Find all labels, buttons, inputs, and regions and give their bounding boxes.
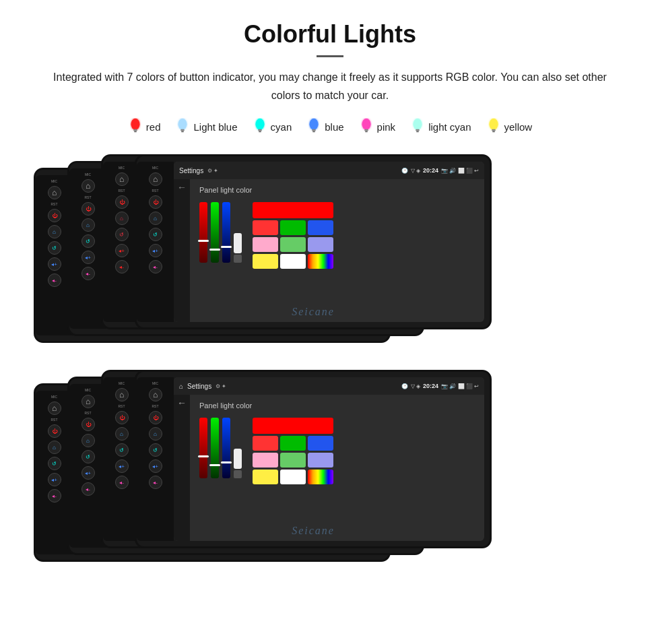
swatch-pk1-bot[interactable]	[253, 453, 278, 468]
btn5-b1[interactable]: ◂-	[115, 260, 129, 273]
btn2-b3[interactable]: ⌂	[48, 225, 61, 238]
btn2-bot-b1[interactable]: ⌂	[115, 427, 129, 441]
power-btn-b3[interactable]: ⏻	[48, 209, 61, 222]
btn3-bot-front[interactable]: ↺	[149, 443, 162, 457]
btn5-bot-b2[interactable]: ◂-	[81, 482, 95, 496]
status-bar: 🕐 ▽ ◈ 20:24 📷 🔊 ⬜ ⬛ ↩	[401, 167, 479, 174]
btn3-front[interactable]: ↺	[149, 228, 162, 241]
icon5-b2: ◂-	[86, 271, 90, 277]
btn5-b2[interactable]: ◂-	[81, 267, 95, 280]
red-slider-bar[interactable]	[199, 202, 207, 263]
rgb-sliders-bot	[199, 418, 242, 478]
green-slider-bar[interactable]	[211, 202, 219, 263]
color-item-yellow: yellow	[486, 118, 533, 135]
swatch-lv1-bot[interactable]	[308, 453, 333, 468]
pwr-icon-bot-b1: ⏻	[119, 415, 125, 421]
color-label-red: red	[146, 121, 161, 133]
clock-icon: 🕐	[401, 168, 408, 174]
btn2-bot-b3[interactable]: ⌂	[48, 441, 61, 454]
swatch-w1[interactable]	[280, 254, 306, 269]
mic-label-b2: MIC	[85, 172, 91, 176]
pwr-bot-b3[interactable]: ⏻	[48, 424, 61, 438]
swatch-pk1[interactable]	[253, 237, 278, 252]
btn3-bot-b2[interactable]: ↺	[81, 450, 95, 463]
red-slider-thumb	[198, 240, 209, 242]
settings-screen-bot: ⌂ Settings ⚙ ✦ 🕐 ▽ ◈ 20:24 📷 🔊 ⬜ ⬛ ↩ ←	[174, 377, 484, 541]
btn4-front[interactable]: ◂+	[149, 244, 162, 257]
swatch-g1[interactable]	[280, 220, 306, 235]
ic2-bot-b3: ⌂	[53, 445, 56, 451]
mic-label-b3: MIC	[51, 179, 57, 183]
btn5-front[interactable]: ◂-	[149, 260, 162, 273]
swatch-rainbow-bot[interactable]	[308, 470, 333, 484]
pwr-bot-b2[interactable]: ⏻	[81, 418, 95, 431]
btn3-b1[interactable]: ↺	[115, 228, 129, 241]
screen-main-body-bot: ← Panel light color	[174, 395, 484, 541]
swatch-r1[interactable]	[253, 220, 278, 235]
swatch-lv1[interactable]	[308, 237, 333, 252]
home-btn-b3[interactable]: ⌂	[48, 186, 61, 199]
btn3-bot-b1[interactable]: ↺	[115, 443, 129, 457]
btn2-b2[interactable]: ⌂	[81, 218, 95, 232]
controls-container-bot	[199, 418, 475, 484]
home-btn-b2[interactable]: ⌂	[81, 179, 95, 193]
header-section: Colorful Lights Integrated with 7 colors…	[27, 20, 633, 104]
btn2-bot-b2[interactable]: ⌂	[81, 434, 95, 447]
swatch-red-wide[interactable]	[253, 202, 333, 218]
btn4-bot-b2[interactable]: ◂+	[81, 466, 95, 480]
pwr-bot-front[interactable]: ⏻	[149, 411, 162, 424]
btn5-bot-b1[interactable]: ◂-	[115, 476, 129, 489]
btn4-b2[interactable]: ◂+	[81, 251, 95, 264]
home-bot-front[interactable]: ⌂	[149, 388, 162, 401]
swatch-w1-bot[interactable]	[280, 470, 306, 484]
swatch-b1-bot[interactable]	[308, 436, 333, 451]
power-btn-b1[interactable]: ⏻	[115, 195, 129, 209]
home-btn-front[interactable]: ⌂	[149, 172, 162, 186]
btn2-bot-front[interactable]: ⌂	[149, 427, 162, 441]
btn3-bot-b3[interactable]: ↺	[48, 457, 61, 470]
home-btn-b1[interactable]: ⌂	[115, 172, 129, 186]
btn3-b2[interactable]: ↺	[81, 234, 95, 248]
power-btn-front[interactable]: ⏻	[149, 195, 162, 209]
swatch-y1[interactable]	[253, 254, 278, 269]
btn5-bot-b3[interactable]: ◂-	[48, 489, 61, 503]
btn4-b1[interactable]: ◂+	[115, 244, 129, 257]
home-bot-b1[interactable]: ⌂	[115, 388, 129, 401]
back-arrow-screen-bot[interactable]: ←	[177, 397, 187, 408]
btn4-bot-front[interactable]: ◂+	[149, 459, 162, 473]
green-slider-bot[interactable]	[211, 418, 219, 478]
color-item-pink: pink	[359, 118, 396, 135]
btn5-bot-front[interactable]: ◂-	[149, 476, 162, 489]
btn4-bot-b1[interactable]: ◂+	[115, 459, 129, 473]
power-btn-b2[interactable]: ⏻	[81, 202, 95, 216]
blue-slider-bot[interactable]	[222, 418, 230, 478]
swatch-lg1-bot[interactable]	[280, 453, 306, 468]
blue-slider-bar[interactable]	[222, 202, 230, 263]
back-arrow-screen[interactable]: ←	[177, 182, 187, 193]
swatch-lg1[interactable]	[280, 237, 306, 252]
red-slider-bot[interactable]	[199, 418, 207, 478]
btn5-b3[interactable]: ◂-	[48, 273, 61, 287]
swatch-b1[interactable]	[308, 220, 333, 235]
pwr-bot-b1[interactable]: ⏻	[115, 411, 129, 424]
btn4-b3[interactable]: ◂+	[48, 257, 61, 271]
swatch-r1-bot[interactable]	[253, 436, 278, 451]
home-bot-b2[interactable]: ⌂	[81, 395, 95, 408]
btn4-bot-b3[interactable]: ◂+	[48, 473, 61, 486]
time-display-bot: 20:24	[423, 383, 438, 389]
svg-rect-1	[133, 129, 137, 131]
red-thumb-bot	[198, 455, 209, 457]
pwr-icon-bot-b2: ⏻	[86, 422, 91, 428]
panel-light-label-bot: Panel light color	[199, 401, 252, 410]
home-icon-b3: ⌂	[52, 188, 57, 197]
swatch-g1-bot[interactable]	[280, 436, 306, 451]
btn2-front[interactable]: ⌂	[149, 212, 162, 225]
home-bot-b3[interactable]: ⌂	[48, 401, 61, 415]
screen-topbar-bot: ⌂ Settings ⚙ ✦ 🕐 ▽ ◈ 20:24 📷 🔊 ⬜ ⬛ ↩	[174, 377, 484, 395]
swatch-y1-bot[interactable]	[253, 470, 278, 484]
swatch-rainbow[interactable]	[308, 254, 333, 269]
btn3-b3[interactable]: ↺	[48, 241, 61, 255]
btn2-b1[interactable]: ⌂	[115, 212, 129, 225]
icon3-front: ↺	[153, 232, 158, 238]
swatch-red-wide-bot[interactable]	[253, 418, 333, 434]
